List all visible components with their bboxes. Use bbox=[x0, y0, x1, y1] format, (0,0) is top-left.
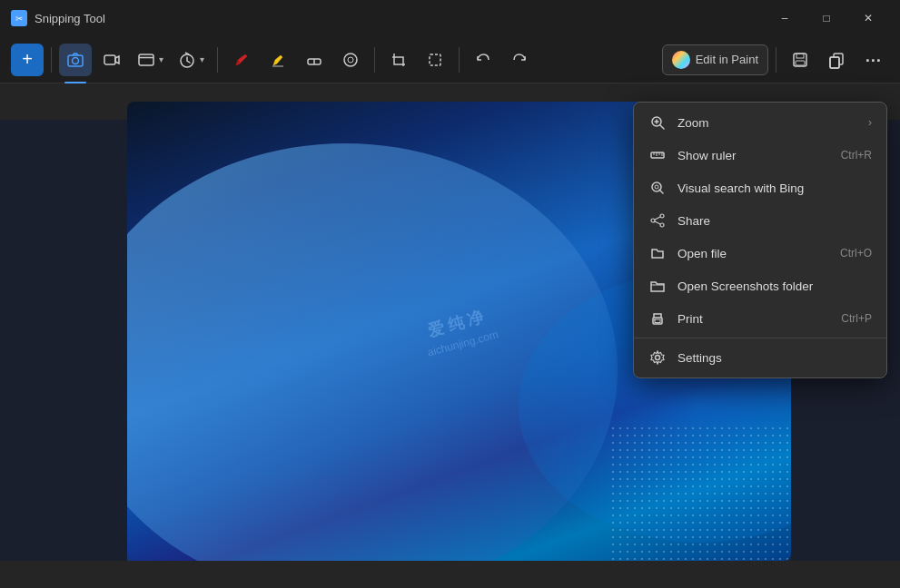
toolbar-divider-2 bbox=[217, 47, 218, 73]
svg-point-31 bbox=[660, 223, 664, 227]
edit-in-paint-label: Edit in Paint bbox=[696, 53, 758, 66]
copy-icon bbox=[827, 51, 846, 69]
open-screenshots-label: Open Screenshots folder bbox=[677, 279, 872, 293]
share-icon bbox=[648, 211, 667, 230]
video-icon bbox=[103, 51, 121, 69]
print-icon bbox=[648, 309, 667, 328]
menu-item-settings[interactable]: Settings bbox=[634, 341, 886, 374]
pen-icon bbox=[232, 51, 251, 69]
screenshot-button[interactable] bbox=[59, 44, 92, 76]
svg-rect-3 bbox=[139, 54, 153, 65]
visual-search-icon bbox=[648, 179, 667, 197]
svg-line-34 bbox=[655, 221, 660, 224]
window-icon bbox=[137, 51, 155, 69]
toolbar-divider-1 bbox=[51, 47, 52, 73]
app-title: Snipping Tool bbox=[35, 12, 764, 25]
redo-button[interactable] bbox=[503, 44, 536, 76]
eraser-button[interactable] bbox=[298, 44, 331, 76]
close-button[interactable]: ✕ bbox=[847, 4, 889, 33]
border-icon bbox=[426, 51, 444, 69]
redo-icon bbox=[511, 52, 528, 68]
minimize-button[interactable]: – bbox=[764, 4, 806, 33]
zoom-label: Zoom bbox=[677, 116, 857, 130]
highlighter-icon bbox=[269, 51, 287, 69]
menu-item-share[interactable]: Share bbox=[634, 204, 886, 237]
crop-button[interactable] bbox=[382, 44, 415, 76]
print-label: Print bbox=[677, 312, 830, 326]
undo-icon bbox=[475, 52, 491, 68]
bottom-panel bbox=[0, 561, 900, 588]
left-panel bbox=[0, 120, 127, 588]
settings-icon bbox=[648, 348, 667, 367]
ruler-icon bbox=[648, 146, 667, 164]
copy-button[interactable] bbox=[820, 44, 853, 76]
share-label: Share bbox=[677, 214, 872, 228]
delay-button[interactable]: ▾ bbox=[173, 44, 210, 76]
edit-in-paint-button[interactable]: Edit in Paint bbox=[662, 44, 768, 75]
delay-icon bbox=[178, 51, 196, 69]
toolbar-divider-5 bbox=[776, 47, 776, 73]
menu-item-open-file[interactable]: Open file Ctrl+O bbox=[634, 237, 886, 270]
menu-item-open-screenshots[interactable]: Open Screenshots folder bbox=[634, 270, 886, 302]
show-ruler-label: Show ruler bbox=[677, 149, 830, 162]
window-dropdown: ▾ bbox=[159, 54, 163, 64]
settings-label: Settings bbox=[677, 351, 872, 365]
video-button[interactable] bbox=[95, 44, 128, 76]
toolbar-divider-3 bbox=[374, 47, 375, 73]
show-ruler-shortcut: Ctrl+R bbox=[841, 149, 872, 162]
delay-dropdown: ▾ bbox=[200, 54, 204, 64]
svg-point-1 bbox=[73, 57, 79, 64]
toolbar: + ▾ ▾ bbox=[0, 36, 900, 83]
svg-rect-37 bbox=[655, 319, 660, 323]
touch-button[interactable] bbox=[334, 44, 367, 76]
undo-button[interactable] bbox=[467, 44, 499, 76]
main-area: 爱纯净 aichunjing.com Zoom › bbox=[0, 83, 900, 588]
pen-button[interactable] bbox=[225, 44, 258, 76]
save-icon bbox=[791, 51, 809, 69]
svg-point-11 bbox=[348, 57, 353, 63]
dots-texture bbox=[609, 425, 791, 561]
open-screenshots-icon bbox=[648, 277, 667, 295]
svg-point-39 bbox=[656, 356, 660, 360]
svg-point-10 bbox=[344, 54, 357, 66]
app-icon: ✂ bbox=[11, 10, 27, 26]
eraser-icon bbox=[305, 51, 323, 69]
svg-rect-2 bbox=[104, 55, 115, 64]
toolbar-divider-4 bbox=[459, 47, 460, 73]
save-button[interactable] bbox=[784, 44, 816, 76]
menu-divider bbox=[634, 338, 886, 338]
svg-rect-15 bbox=[796, 61, 805, 65]
window-button[interactable]: ▾ bbox=[132, 44, 169, 76]
svg-rect-17 bbox=[830, 57, 839, 68]
visual-search-label: Visual search with Bing bbox=[677, 181, 872, 195]
window-controls: – □ ✕ bbox=[764, 4, 889, 33]
touch-icon bbox=[341, 51, 360, 69]
menu-item-print[interactable]: Print Ctrl+P bbox=[634, 302, 886, 335]
menu-item-show-ruler[interactable]: Show ruler Ctrl+R bbox=[634, 139, 886, 172]
zoom-arrow: › bbox=[868, 116, 872, 129]
print-shortcut: Ctrl+P bbox=[841, 312, 872, 325]
open-file-icon bbox=[648, 244, 667, 262]
highlighter-button[interactable] bbox=[262, 44, 294, 76]
crop-icon bbox=[390, 51, 408, 69]
context-menu: Zoom › Show ruler Ctrl+R bbox=[633, 102, 887, 378]
svg-point-30 bbox=[660, 214, 664, 218]
zoom-icon bbox=[648, 113, 667, 132]
title-bar: ✂ Snipping Tool – □ ✕ bbox=[0, 0, 900, 36]
maximize-button[interactable]: □ bbox=[806, 4, 847, 33]
svg-line-20 bbox=[660, 125, 664, 129]
svg-point-38 bbox=[654, 319, 656, 321]
active-indicator bbox=[64, 82, 86, 83]
open-file-shortcut: Ctrl+O bbox=[840, 247, 872, 260]
paint-icon bbox=[672, 51, 690, 69]
camera-icon bbox=[66, 51, 84, 69]
menu-item-visual-search[interactable]: Visual search with Bing bbox=[634, 172, 886, 204]
more-options-button[interactable]: ⋯ bbox=[856, 44, 889, 76]
svg-point-29 bbox=[655, 185, 658, 189]
svg-line-33 bbox=[655, 217, 660, 220]
menu-item-zoom[interactable]: Zoom › bbox=[634, 106, 886, 139]
open-file-label: Open file bbox=[677, 247, 829, 260]
border-button[interactable] bbox=[419, 44, 451, 76]
new-snip-button[interactable]: + bbox=[11, 44, 44, 76]
svg-point-32 bbox=[651, 219, 655, 222]
